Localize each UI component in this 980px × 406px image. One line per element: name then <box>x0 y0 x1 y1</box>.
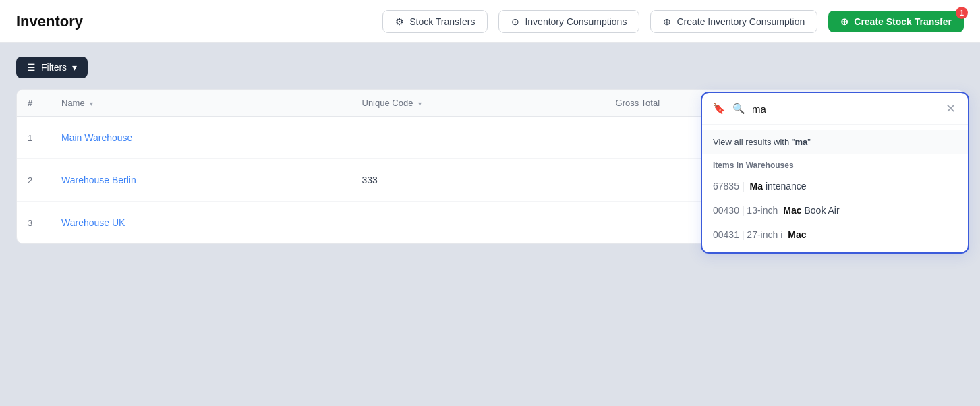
search-input-row: 🔖 🔍 ✕ <box>702 93 968 125</box>
result-highlight-2: Mac <box>783 205 801 216</box>
row-code-2: 333 <box>351 159 605 202</box>
warehouse-link-1[interactable]: Main Warehouse <box>61 132 132 143</box>
result-normal-2: Book Air <box>805 205 840 216</box>
page-title: Inventory <box>16 13 83 30</box>
search-result-item[interactable]: 00431 | 27-inch i Mac <box>702 223 968 247</box>
search-result-item[interactable]: 00430 | 13-inch Mac Book Air <box>702 198 968 223</box>
row-name-1[interactable]: Main Warehouse <box>51 117 351 159</box>
search-all-results-item[interactable]: View all results with "ma" <box>702 130 968 154</box>
create-stock-transfer-plus-icon: ⊕ <box>840 16 848 27</box>
col-header-name[interactable]: Name ▾ <box>51 90 351 117</box>
create-inventory-consumption-button[interactable]: ⊕ Create Inventory Consumption <box>650 10 817 33</box>
warehouse-link-2[interactable]: Warehouse Berlin <box>61 175 136 185</box>
row-num-2: 2 <box>17 159 51 202</box>
result-code-1: 67835 | <box>713 181 744 192</box>
row-name-2[interactable]: Warehouse Berlin <box>51 159 351 202</box>
create-inventory-consumption-plus-icon: ⊕ <box>663 16 671 27</box>
content-area: ☰ Filters ▾ # Name ▾ Unique Code ▾ Gross… <box>0 43 980 258</box>
search-input[interactable] <box>752 103 938 115</box>
name-sort-icon: ▾ <box>90 100 93 107</box>
warehouse-link-3[interactable]: Warehouse UK <box>61 217 125 228</box>
filters-label: Filters <box>41 62 67 73</box>
close-icon: ✕ <box>946 102 956 115</box>
inventory-consumptions-label: Inventory Consumptions <box>525 16 627 27</box>
col-header-unique-code[interactable]: Unique Code ▾ <box>351 90 605 117</box>
result-code-2: 00430 | 13-inch <box>713 205 778 216</box>
bookmark-icon: 🔖 <box>713 103 726 115</box>
filter-icon: ☰ <box>27 62 36 73</box>
create-stock-transfer-badge: 1 <box>956 7 968 19</box>
search-results: View all results with "ma" Items in Ware… <box>702 125 968 252</box>
search-clear-button[interactable]: ✕ <box>944 101 957 116</box>
search-icon: 🔍 <box>732 103 745 115</box>
result-highlight-1: Ma <box>749 181 762 192</box>
inventory-consumptions-icon: ⊙ <box>511 16 519 27</box>
chevron-down-icon: ▾ <box>72 62 77 73</box>
create-stock-transfer-label: Create Stock Transfer <box>854 16 952 27</box>
create-stock-transfer-button[interactable]: ⊕ Create Stock Transfer 1 <box>828 11 964 32</box>
row-num-3: 3 <box>17 202 51 244</box>
result-highlight-3: Mac <box>788 229 806 240</box>
all-results-label: View all results with "ma" <box>713 137 811 147</box>
stock-transfers-label: Stock Transfers <box>409 16 475 27</box>
search-dropdown-container: 🔖 🔍 ✕ View all results with "ma" Items i… <box>701 92 969 254</box>
header: Inventory ⚙ Stock Transfers ⊙ Inventory … <box>0 0 980 43</box>
row-code-3 <box>351 202 605 244</box>
row-code-1 <box>351 117 605 159</box>
search-result-item[interactable]: 67835 | Ma intenance <box>702 174 968 198</box>
filters-button[interactable]: ☰ Filters ▾ <box>16 57 88 78</box>
result-normal-1: intenance <box>766 181 807 192</box>
stock-transfers-button[interactable]: ⚙ Stock Transfers <box>382 10 488 33</box>
toolbar: ☰ Filters ▾ <box>16 57 964 78</box>
result-code-3: 00431 | 27-inch i <box>713 229 782 240</box>
stock-transfers-icon: ⚙ <box>395 16 404 27</box>
col-header-num: # <box>17 90 51 117</box>
unique-code-sort-icon: ▾ <box>418 100 422 107</box>
search-section-label: Items in Warehouses <box>702 154 968 174</box>
row-num-1: 1 <box>17 117 51 159</box>
inventory-consumptions-button[interactable]: ⊙ Inventory Consumptions <box>498 10 639 33</box>
row-name-3[interactable]: Warehouse UK <box>51 202 351 244</box>
create-inventory-consumption-label: Create Inventory Consumption <box>676 16 805 27</box>
